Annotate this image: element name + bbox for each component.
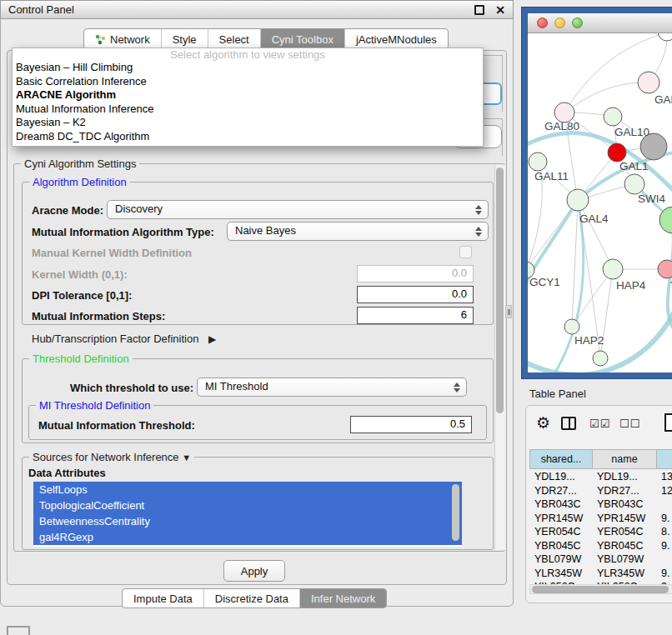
network-node-gal4[interactable] [567,189,589,211]
settings-scrollbar-thumb[interactable] [496,168,504,413]
cell: YPR145W [593,512,657,526]
aracne-mode-value: Discovery [115,202,163,215]
network-node-gal10[interactable] [604,108,622,126]
network-node-gal11[interactable] [529,152,547,171]
which-threshold-label: Which threshold to use: [70,382,193,394]
mi-steps-input[interactable]: 6 [357,307,474,324]
manual-kernel-width-label: Manual Kernel Width Definition [32,247,192,259]
tab-style[interactable]: Style [162,29,208,49]
tab-select[interactable]: Select [208,29,261,49]
cell: 12 [657,484,672,498]
table-horizontal-scrollbar-thumb[interactable] [532,586,669,593]
table-row[interactable]: YER054C YER054C 8. [529,525,672,539]
column-header-name-label: name [611,453,637,465]
screen: Control Panel ✕ Network Style Select [0,0,672,635]
network-node-gal[interactable] [638,72,659,93]
dropdown-item-bayesian-k2[interactable]: Bayesian – K2 [13,116,483,130]
network-node-swi4[interactable] [624,174,644,194]
cell: YBL079W [529,552,593,567]
cell: YBR043C [593,498,657,512]
network-node[interactable] [658,33,672,41]
network-canvas-container: GAL GAL80 GAL10 GAL1 GAL11 SWI4 GAL4 GCY… [528,13,672,372]
mi-algorithm-type-combo[interactable]: Naive Bayes [227,222,489,241]
tab-impute-data-label: Impute Data [133,592,193,605]
data-attributes-label: Data Attributes [28,467,106,479]
combo-stepper-icon [474,226,483,238]
tab-jactivemnodules-label: jActiveMNodules [356,33,437,46]
node-label-gal1: GAL1 [619,160,649,172]
network-graph[interactable]: GAL GAL80 GAL10 GAL1 GAL11 SWI4 GAL4 GCY… [528,33,672,372]
minimized-panel-icon[interactable] [7,626,30,635]
kernel-width-input[interactable]: 0.0 [357,265,474,282]
dropdown-item-mutual-information[interactable]: Mutual Information Inference [13,102,483,117]
tab-impute-data[interactable]: Impute Data [123,589,204,608]
collapse-down-icon: ▼ [182,452,191,462]
table-row[interactable]: YBR045C YBR045C 9. [529,539,672,553]
mac-zoom-button[interactable] [572,18,583,28]
list-item-betweennesscentrality[interactable]: BetweennessCentrality [33,513,462,529]
cell: YPR145W [529,512,593,526]
mac-close-button[interactable] [537,18,548,28]
settings-gear-icon[interactable]: ⚙ [536,415,550,431]
tab-discretize-data[interactable]: Discretize Data [204,589,300,608]
table-panel: ⚙ ☑☑ ☐☐ shared... name YDL19... YDL19...… [525,405,672,603]
aracne-mode-label: Aracne Mode: [32,204,103,217]
settings-scrollbar[interactable] [494,165,505,550]
new-table-icon[interactable] [664,413,672,432]
dpi-tolerance-input[interactable]: 0.0 [357,286,474,303]
float-window-icon[interactable] [474,5,484,15]
manual-kernel-width-checkbox[interactable] [459,246,472,258]
split-columns-icon[interactable] [561,417,576,430]
dropdown-item-basic-correlation[interactable]: Basic Correlation Inference [13,75,483,89]
table-row[interactable]: YDL19... YDL19... 13 [529,470,672,484]
dropdown-item-bayesian-hill-climbing[interactable]: Bayesian – Hill Climbing [13,61,483,75]
expand-right-icon: ▶ [208,333,216,345]
mi-threshold-input[interactable]: 0.5 [350,416,472,433]
list-scrollbar[interactable] [452,484,459,541]
close-icon[interactable]: ✕ [495,4,505,16]
list-item-gal4rgexp[interactable]: gal4RGexp [33,529,462,545]
column-header-name[interactable]: name [593,449,657,469]
which-threshold-combo[interactable]: MI Threshold [197,378,467,397]
dropdown-item-aracne[interactable]: ARACNE Algorithm [13,88,483,102]
mi-threshold-label: Mutual Information Threshold: [38,419,195,432]
list-item-topologicalcoefficient[interactable]: TopologicalCoefficient [33,498,462,513]
tab-style-label: Style [173,33,197,46]
splitpane-divider-grip[interactable] [505,305,512,318]
table-row[interactable]: YPR145W YPR145W 9. [529,512,672,526]
list-item-selfloops[interactable]: SelfLoops [33,482,462,498]
sources-title-label: Sources for Network Inference [33,451,179,463]
cell: 8. [657,525,672,539]
table-row[interactable]: YBL079W YBL079W [529,552,672,567]
node-label-gal10: GAL10 [614,126,649,138]
network-node-hap2[interactable] [564,319,579,334]
network-node[interactable] [593,351,608,366]
column-header-partial[interactable] [657,449,672,469]
tab-infer-network[interactable]: Infer Network [300,589,386,608]
tab-discretize-data-label: Discretize Data [215,592,288,605]
table-row[interactable]: YLR345W YLR345W 9. [529,567,672,581]
tab-cyni-toolbox[interactable]: Cyni Toolbox [261,29,345,49]
dropdown-item-dream8[interactable]: Dream8 DC_TDC Algorithm [13,130,483,144]
table-row[interactable]: YBR043C YBR043C [529,498,672,512]
network-node-hap4[interactable] [603,259,623,279]
tab-jactivemnodules[interactable]: jActiveMNodules [345,29,448,49]
sources-title[interactable]: Sources for Network Inference ▼ [29,451,194,463]
apply-button-label: Apply [241,565,268,578]
hub-transcription-expander[interactable]: Hub/Transcription Factor Definition ▶ [32,332,216,345]
table-horizontal-scrollbar[interactable] [529,584,672,594]
tab-network[interactable]: Network [84,29,162,49]
network-node-gal1[interactable] [608,143,626,162]
cell: YDL19... [529,470,593,484]
select-all-checkboxes-icon[interactable]: ☑☑ [589,418,610,430]
tab-cyni-toolbox-label: Cyni Toolbox [272,33,333,46]
apply-button[interactable]: Apply [223,560,285,582]
network-window-titlebar [528,13,672,33]
mac-minimize-button[interactable] [554,18,565,28]
network-node-y[interactable] [658,260,672,278]
column-header-shared-name[interactable]: shared... [529,449,593,469]
table-row[interactable]: YDR27... YDR27... 12 [529,484,672,498]
deselect-checkboxes-icon[interactable]: ☐☐ [619,418,640,430]
aracne-mode-combo[interactable]: Discovery [107,200,489,219]
mi-threshold-definition-title: MI Threshold Definition [36,399,153,412]
